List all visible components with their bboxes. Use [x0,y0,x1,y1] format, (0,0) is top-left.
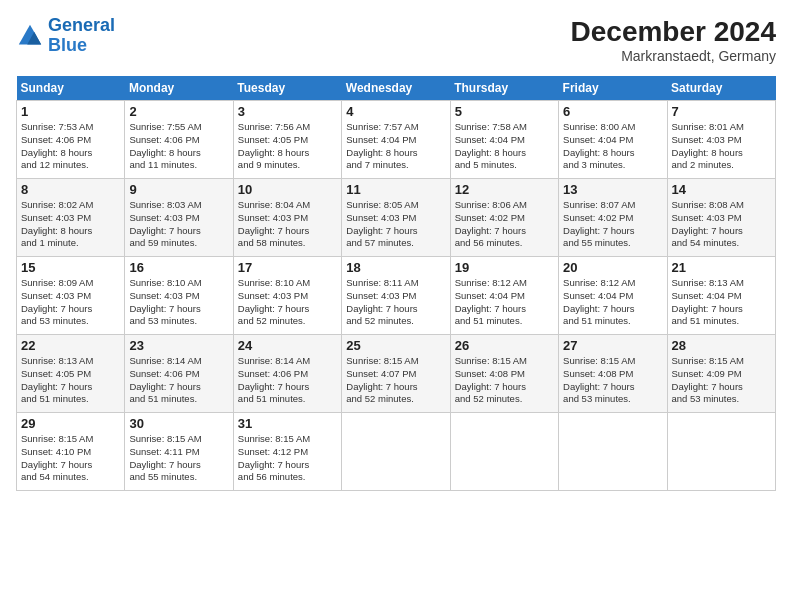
day-cell: 21Sunrise: 8:13 AM Sunset: 4:04 PM Dayli… [667,257,775,335]
month-year: December 2024 [571,16,776,48]
week-row-1: 1Sunrise: 7:53 AM Sunset: 4:06 PM Daylig… [17,101,776,179]
day-cell [342,413,450,491]
day-cell [667,413,775,491]
day-number: 31 [238,416,337,431]
day-number: 19 [455,260,554,275]
day-info: Sunrise: 7:57 AM Sunset: 4:04 PM Dayligh… [346,121,445,172]
day-number: 29 [21,416,120,431]
day-cell [450,413,558,491]
day-number: 2 [129,104,228,119]
day-number: 17 [238,260,337,275]
day-info: Sunrise: 8:03 AM Sunset: 4:03 PM Dayligh… [129,199,228,250]
day-number: 28 [672,338,771,353]
day-cell: 5Sunrise: 7:58 AM Sunset: 4:04 PM Daylig… [450,101,558,179]
day-info: Sunrise: 8:13 AM Sunset: 4:05 PM Dayligh… [21,355,120,406]
day-info: Sunrise: 8:15 AM Sunset: 4:07 PM Dayligh… [346,355,445,406]
day-info: Sunrise: 8:15 AM Sunset: 4:08 PM Dayligh… [563,355,662,406]
day-number: 24 [238,338,337,353]
day-number: 14 [672,182,771,197]
day-info: Sunrise: 8:13 AM Sunset: 4:04 PM Dayligh… [672,277,771,328]
day-info: Sunrise: 8:14 AM Sunset: 4:06 PM Dayligh… [238,355,337,406]
day-info: Sunrise: 8:08 AM Sunset: 4:03 PM Dayligh… [672,199,771,250]
column-header-monday: Monday [125,76,233,101]
day-number: 9 [129,182,228,197]
day-cell: 9Sunrise: 8:03 AM Sunset: 4:03 PM Daylig… [125,179,233,257]
day-info: Sunrise: 8:12 AM Sunset: 4:04 PM Dayligh… [455,277,554,328]
day-number: 23 [129,338,228,353]
day-number: 30 [129,416,228,431]
day-cell: 8Sunrise: 8:02 AM Sunset: 4:03 PM Daylig… [17,179,125,257]
day-info: Sunrise: 8:05 AM Sunset: 4:03 PM Dayligh… [346,199,445,250]
day-info: Sunrise: 8:00 AM Sunset: 4:04 PM Dayligh… [563,121,662,172]
day-info: Sunrise: 8:12 AM Sunset: 4:04 PM Dayligh… [563,277,662,328]
day-cell: 19Sunrise: 8:12 AM Sunset: 4:04 PM Dayli… [450,257,558,335]
location: Markranstaedt, Germany [571,48,776,64]
page-header: General Blue December 2024 Markranstaedt… [16,16,776,64]
day-info: Sunrise: 8:04 AM Sunset: 4:03 PM Dayligh… [238,199,337,250]
day-cell: 17Sunrise: 8:10 AM Sunset: 4:03 PM Dayli… [233,257,341,335]
day-cell: 14Sunrise: 8:08 AM Sunset: 4:03 PM Dayli… [667,179,775,257]
day-number: 12 [455,182,554,197]
day-number: 15 [21,260,120,275]
day-cell: 28Sunrise: 8:15 AM Sunset: 4:09 PM Dayli… [667,335,775,413]
day-info: Sunrise: 7:56 AM Sunset: 4:05 PM Dayligh… [238,121,337,172]
column-header-sunday: Sunday [17,76,125,101]
day-number: 26 [455,338,554,353]
day-info: Sunrise: 8:15 AM Sunset: 4:12 PM Dayligh… [238,433,337,484]
day-cell: 16Sunrise: 8:10 AM Sunset: 4:03 PM Dayli… [125,257,233,335]
day-cell: 4Sunrise: 7:57 AM Sunset: 4:04 PM Daylig… [342,101,450,179]
day-cell: 1Sunrise: 7:53 AM Sunset: 4:06 PM Daylig… [17,101,125,179]
title-block: December 2024 Markranstaedt, Germany [571,16,776,64]
day-cell: 20Sunrise: 8:12 AM Sunset: 4:04 PM Dayli… [559,257,667,335]
day-number: 22 [21,338,120,353]
day-info: Sunrise: 8:15 AM Sunset: 4:11 PM Dayligh… [129,433,228,484]
logo-text: General Blue [48,16,115,56]
day-info: Sunrise: 8:07 AM Sunset: 4:02 PM Dayligh… [563,199,662,250]
day-info: Sunrise: 8:10 AM Sunset: 4:03 PM Dayligh… [238,277,337,328]
day-cell [559,413,667,491]
day-cell: 15Sunrise: 8:09 AM Sunset: 4:03 PM Dayli… [17,257,125,335]
logo-icon [16,22,44,50]
day-cell: 22Sunrise: 8:13 AM Sunset: 4:05 PM Dayli… [17,335,125,413]
day-cell: 3Sunrise: 7:56 AM Sunset: 4:05 PM Daylig… [233,101,341,179]
column-header-tuesday: Tuesday [233,76,341,101]
calendar-header: SundayMondayTuesdayWednesdayThursdayFrid… [17,76,776,101]
day-number: 16 [129,260,228,275]
day-info: Sunrise: 7:58 AM Sunset: 4:04 PM Dayligh… [455,121,554,172]
day-cell: 23Sunrise: 8:14 AM Sunset: 4:06 PM Dayli… [125,335,233,413]
day-info: Sunrise: 8:09 AM Sunset: 4:03 PM Dayligh… [21,277,120,328]
day-number: 18 [346,260,445,275]
day-number: 11 [346,182,445,197]
day-info: Sunrise: 8:15 AM Sunset: 4:08 PM Dayligh… [455,355,554,406]
day-number: 5 [455,104,554,119]
day-number: 8 [21,182,120,197]
week-row-3: 15Sunrise: 8:09 AM Sunset: 4:03 PM Dayli… [17,257,776,335]
day-cell: 13Sunrise: 8:07 AM Sunset: 4:02 PM Dayli… [559,179,667,257]
day-cell: 10Sunrise: 8:04 AM Sunset: 4:03 PM Dayli… [233,179,341,257]
day-number: 13 [563,182,662,197]
week-row-4: 22Sunrise: 8:13 AM Sunset: 4:05 PM Dayli… [17,335,776,413]
logo: General Blue [16,16,115,56]
day-cell: 25Sunrise: 8:15 AM Sunset: 4:07 PM Dayli… [342,335,450,413]
calendar-table: SundayMondayTuesdayWednesdayThursdayFrid… [16,76,776,491]
header-row: SundayMondayTuesdayWednesdayThursdayFrid… [17,76,776,101]
day-cell: 31Sunrise: 8:15 AM Sunset: 4:12 PM Dayli… [233,413,341,491]
column-header-saturday: Saturday [667,76,775,101]
day-number: 20 [563,260,662,275]
column-header-wednesday: Wednesday [342,76,450,101]
day-info: Sunrise: 8:10 AM Sunset: 4:03 PM Dayligh… [129,277,228,328]
day-cell: 30Sunrise: 8:15 AM Sunset: 4:11 PM Dayli… [125,413,233,491]
day-info: Sunrise: 7:55 AM Sunset: 4:06 PM Dayligh… [129,121,228,172]
day-number: 6 [563,104,662,119]
day-number: 21 [672,260,771,275]
day-number: 1 [21,104,120,119]
logo-blue: Blue [48,35,87,55]
column-header-friday: Friday [559,76,667,101]
logo-general: General [48,15,115,35]
day-info: Sunrise: 8:01 AM Sunset: 4:03 PM Dayligh… [672,121,771,172]
day-number: 27 [563,338,662,353]
day-info: Sunrise: 8:15 AM Sunset: 4:10 PM Dayligh… [21,433,120,484]
day-info: Sunrise: 8:02 AM Sunset: 4:03 PM Dayligh… [21,199,120,250]
day-number: 25 [346,338,445,353]
week-row-5: 29Sunrise: 8:15 AM Sunset: 4:10 PM Dayli… [17,413,776,491]
